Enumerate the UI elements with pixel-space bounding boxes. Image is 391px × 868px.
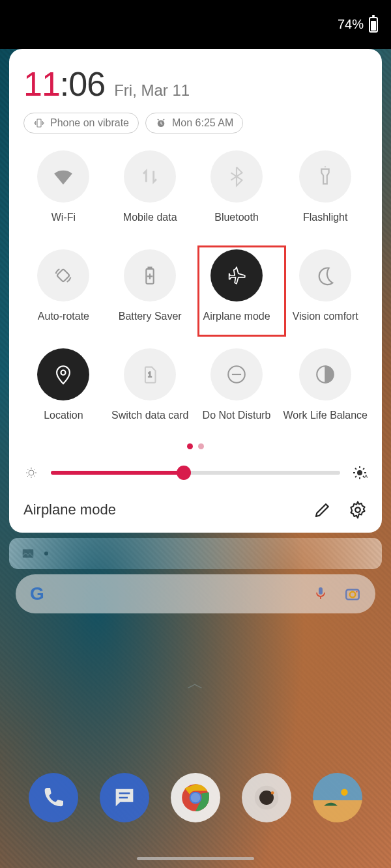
edit-icon[interactable] [313, 500, 332, 520]
location-icon [52, 363, 74, 385]
google-logo: G [30, 583, 44, 604]
svg-point-16 [350, 592, 356, 598]
airplane-icon [225, 264, 248, 287]
qs-footer: Airplane mode [23, 500, 368, 520]
work-life-icon [314, 363, 336, 385]
svg-point-24 [341, 789, 347, 795]
auto-rotate-icon [52, 264, 74, 287]
dock-phone[interactable] [29, 773, 78, 822]
dock-gallery[interactable] [313, 773, 362, 822]
clock-row: 11:06 Fri, Mar 11 [23, 64, 368, 104]
svg-point-9 [29, 470, 34, 475]
dock-messages[interactable] [100, 773, 149, 822]
svg-rect-0 [37, 119, 41, 127]
dock-chrome[interactable] [171, 773, 220, 822]
svg-point-10 [357, 470, 362, 475]
svg-point-17 [356, 591, 357, 593]
svg-point-23 [271, 791, 274, 794]
page-dot-2[interactable] [198, 443, 204, 449]
status-bar: 74% [0, 0, 391, 49]
quick-settings-panel[interactable]: 11:06 Fri, Mar 11 Phone on vibrate Mon 6… [9, 49, 382, 533]
dnd-icon [225, 363, 248, 385]
svg-text:A: A [364, 473, 368, 479]
mic-icon[interactable] [313, 585, 328, 601]
vibrate-icon [33, 117, 45, 129]
svg-rect-4 [148, 267, 152, 269]
alarm-icon [155, 117, 167, 129]
tile-airplane-mode[interactable]: Airplane mode [197, 249, 277, 322]
dock [0, 773, 391, 822]
tile-auto-rotate[interactable]: Auto-rotate [23, 249, 104, 322]
dock-camera[interactable] [242, 773, 291, 822]
brightness-low-icon [23, 465, 39, 481]
settings-icon[interactable] [348, 500, 368, 520]
svg-rect-14 [319, 587, 323, 595]
page-indicator [23, 443, 368, 449]
tile-detail-title: Airplane mode [23, 501, 116, 518]
home-indicator[interactable] [137, 857, 254, 860]
svg-point-12 [355, 507, 360, 512]
brightness-auto-icon: A [352, 465, 368, 481]
tile-bluetooth[interactable]: Bluetooth [197, 150, 277, 223]
brightness-thumb[interactable] [177, 466, 191, 480]
brightness-slider[interactable] [51, 471, 340, 475]
tile-flashlight[interactable]: Flashlight [283, 150, 368, 223]
battery-saver-icon [139, 264, 161, 287]
brightness-slider-row: A [23, 465, 368, 481]
google-search-bar[interactable]: G [16, 574, 375, 613]
camera-icon[interactable] [344, 585, 361, 602]
moon-icon [314, 264, 336, 287]
wifi-icon [52, 165, 74, 188]
qs-tiles-grid: Wi-Fi Mobile data Bluetooth Flashlight A… [23, 150, 368, 421]
clock-date[interactable]: Fri, Mar 11 [114, 81, 190, 100]
bluetooth-icon [225, 165, 248, 188]
tile-do-not-disturb[interactable]: Do Not Disturb [197, 348, 277, 421]
chip-alarm[interactable]: Mon 6:25 AM [145, 113, 243, 133]
chip-vibrate[interactable]: Phone on vibrate [23, 113, 139, 133]
tile-location[interactable]: Location [23, 348, 104, 421]
battery-icon [369, 17, 378, 33]
clock-time[interactable]: 11:06 [23, 64, 105, 104]
tile-vision-comfort[interactable]: Vision comfort [283, 249, 368, 322]
tile-wifi[interactable]: Wi-Fi [23, 150, 104, 223]
mobile-data-icon [139, 165, 161, 188]
tile-work-life-balance[interactable]: Work Life Balance [283, 348, 368, 421]
svg-point-5 [61, 371, 66, 375]
svg-text:1: 1 [148, 371, 152, 378]
status-chips: Phone on vibrate Mon 6:25 AM [23, 113, 368, 133]
flashlight-icon [314, 165, 336, 188]
tile-switch-data-card[interactable]: 1 Switch data card [110, 348, 190, 421]
sim-card-icon: 1 [139, 363, 161, 385]
page-dot-1[interactable] [187, 443, 193, 449]
svg-point-20 [191, 793, 201, 803]
battery-percentage: 74% [338, 17, 364, 32]
svg-rect-2 [57, 269, 70, 282]
tile-battery-saver[interactable]: Battery Saver [110, 249, 190, 322]
tile-mobile-data[interactable]: Mobile data [110, 150, 190, 223]
